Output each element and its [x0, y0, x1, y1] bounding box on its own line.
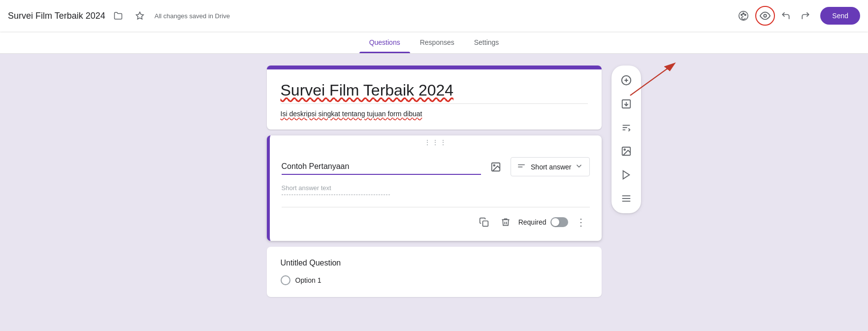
question-input[interactable]	[282, 159, 482, 175]
folder-button[interactable]	[109, 7, 127, 25]
svg-point-7	[493, 165, 495, 166]
import-questions-button[interactable]	[615, 93, 637, 115]
more-options-button[interactable]: ⋮	[572, 213, 590, 231]
form-title[interactable]: Survei Film Terbaik 2024	[281, 81, 588, 104]
svg-marker-0	[136, 12, 143, 19]
preview-button[interactable]	[755, 6, 775, 26]
required-label: Required	[518, 218, 547, 226]
svg-point-3	[743, 13, 744, 14]
save-status: All changes saved in Drive	[155, 12, 230, 20]
question-footer: Required ⋮	[282, 207, 590, 231]
active-question-card: ⋮⋮⋮	[267, 135, 602, 241]
redo-button[interactable]	[797, 7, 814, 25]
form-area: Survei Film Terbaik 2024 Isi deskripsi s…	[267, 66, 602, 297]
svg-point-5	[764, 14, 767, 17]
delete-button[interactable]	[497, 213, 514, 231]
title-card: Survei Film Terbaik 2024 Isi deskripsi s…	[267, 66, 602, 130]
svg-point-2	[741, 14, 742, 16]
star-button[interactable]	[131, 7, 149, 25]
svg-point-19	[624, 149, 625, 150]
short-answer-preview: Short answer text	[282, 182, 390, 195]
untitled-question-card: Untitled Question Option 1	[267, 247, 602, 297]
svg-marker-20	[623, 171, 629, 179]
answer-type-dropdown[interactable]: Short answer	[511, 157, 589, 176]
untitled-question-title[interactable]: Untitled Question	[281, 259, 588, 267]
form-description: Isi deskripsi singkat tentang tujuan for…	[281, 110, 588, 118]
tabs-bar: Questions Responses Settings	[0, 32, 868, 54]
option-text: Option 1	[295, 276, 321, 284]
main-content: Survei Film Terbaik 2024 Isi deskripsi s…	[0, 54, 868, 309]
answer-type-label: Short answer	[531, 163, 571, 171]
send-button[interactable]: Send	[820, 7, 860, 25]
question-row: Short answer	[282, 157, 590, 176]
duplicate-button[interactable]	[475, 213, 493, 231]
add-video-button[interactable]	[615, 164, 637, 186]
radio-circle	[281, 275, 290, 285]
right-sidebar	[611, 66, 641, 213]
dropdown-arrow-icon	[575, 162, 583, 172]
app-title: Survei Film Terbaik 2024	[8, 11, 105, 21]
add-image-button[interactable]	[615, 140, 637, 162]
required-toggle[interactable]	[550, 217, 568, 227]
tab-questions[interactable]: Questions	[359, 32, 410, 53]
header: Survei Film Terbaik 2024 All changes sav…	[0, 0, 868, 32]
add-title-button[interactable]	[615, 117, 637, 138]
undo-button[interactable]	[777, 7, 795, 25]
tab-settings[interactable]: Settings	[464, 32, 509, 53]
header-left: Survei Film Terbaik 2024 All changes sav…	[8, 7, 734, 25]
radio-option: Option 1	[281, 275, 588, 285]
tab-responses[interactable]: Responses	[410, 32, 464, 53]
drag-handle: ⋮⋮⋮	[270, 135, 602, 147]
add-question-button[interactable]	[615, 69, 637, 91]
svg-rect-10	[482, 221, 488, 227]
add-image-to-question-button[interactable]	[487, 158, 505, 176]
header-right: Send	[734, 6, 860, 26]
palette-button[interactable]	[734, 6, 753, 26]
svg-point-4	[745, 14, 746, 16]
add-section-button[interactable]	[615, 188, 637, 209]
